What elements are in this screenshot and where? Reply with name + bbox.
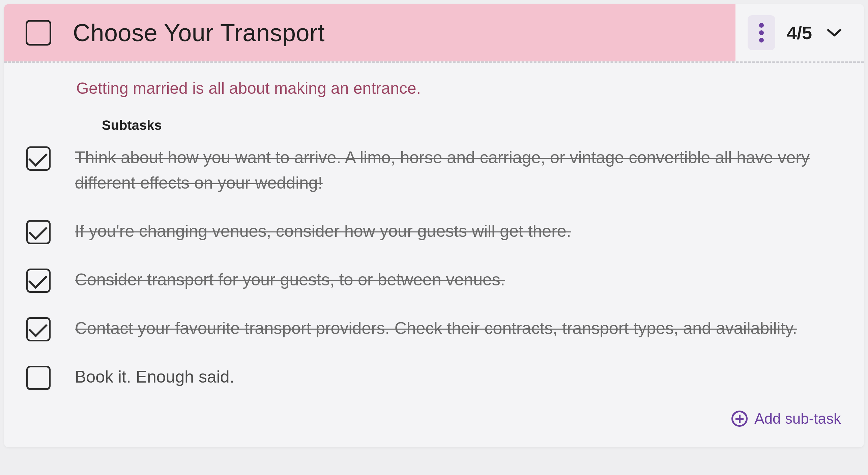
- subtask-text: Book it. Enough said.: [75, 364, 837, 390]
- task-title: Choose Your Transport: [73, 19, 325, 47]
- subtask-row: Think about how you want to arrive. A li…: [26, 145, 837, 196]
- subtask-text: Consider transport for your guests, to o…: [75, 267, 837, 292]
- collapse-button[interactable]: [823, 22, 845, 44]
- task-header-right: 4/5: [735, 4, 864, 61]
- more-vertical-icon: [758, 22, 764, 44]
- chevron-down-icon: [827, 28, 842, 37]
- svg-point-1: [759, 30, 764, 35]
- task-checkbox[interactable]: [26, 20, 51, 46]
- add-subtask-button[interactable]: Add sub-task: [4, 400, 864, 441]
- subtask-row: Book it. Enough said.: [26, 364, 837, 390]
- subtask-checkbox[interactable]: [26, 146, 51, 171]
- more-options-button[interactable]: [748, 15, 775, 50]
- task-description: Getting married is all about making an e…: [4, 63, 864, 118]
- svg-point-2: [759, 38, 764, 43]
- plus-circle-icon: [731, 411, 748, 427]
- subtask-text: If you're changing venues, consider how …: [75, 219, 837, 244]
- subtask-checkbox[interactable]: [26, 366, 51, 390]
- subtasks-heading: Subtasks: [4, 118, 864, 145]
- subtask-text: Think about how you want to arrive. A li…: [75, 145, 837, 196]
- subtask-row: If you're changing venues, consider how …: [26, 219, 837, 244]
- task-header: Choose Your Transport 4/5: [4, 4, 864, 61]
- subtask-row: Contact your favourite transport provide…: [26, 316, 837, 341]
- subtask-row: Consider transport for your guests, to o…: [26, 267, 837, 293]
- svg-point-0: [759, 23, 764, 28]
- task-card: Choose Your Transport 4/5: [4, 4, 864, 447]
- subtask-checkbox[interactable]: [26, 220, 51, 244]
- subtask-list: Think about how you want to arrive. A li…: [4, 145, 864, 400]
- task-body: Getting married is all about making an e…: [4, 63, 864, 447]
- task-header-left: Choose Your Transport: [4, 4, 735, 61]
- add-subtask-label: Add sub-task: [754, 410, 841, 427]
- subtask-checkbox[interactable]: [26, 269, 51, 293]
- subtask-checkbox[interactable]: [26, 317, 51, 341]
- subtask-text: Contact your favourite transport provide…: [75, 316, 837, 341]
- subtask-counter: 4/5: [787, 22, 812, 43]
